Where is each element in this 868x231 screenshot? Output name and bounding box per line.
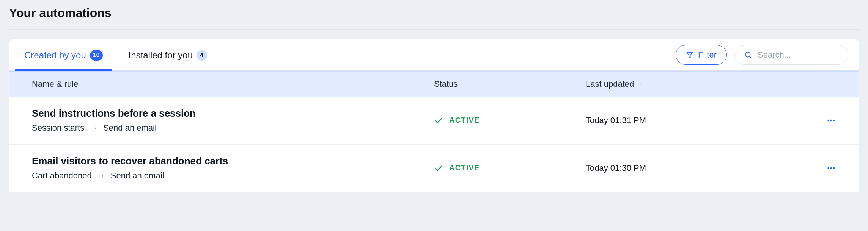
svg-point-6 — [827, 167, 829, 169]
cell-status: ACTIVE — [434, 164, 586, 173]
column-name[interactable]: Name & rule — [32, 79, 434, 89]
automation-rule: Cart abandoned → Send an email — [32, 171, 434, 181]
sort-asc-icon: ↑ — [638, 79, 642, 89]
cell-status: ACTIVE — [434, 116, 586, 125]
row-more-button[interactable] — [798, 163, 836, 173]
filter-icon — [686, 51, 693, 59]
card-header: Created by you 10 Installed for you 4 Fi… — [9, 39, 859, 71]
svg-marker-0 — [687, 52, 693, 57]
svg-point-7 — [830, 167, 832, 169]
arrow-right-icon: → — [97, 171, 105, 181]
search-icon — [744, 51, 752, 59]
search-field[interactable] — [734, 45, 848, 65]
svg-point-1 — [745, 52, 750, 57]
more-horizontal-icon — [826, 116, 836, 125]
page-title: Your automations — [9, 6, 859, 30]
rule-trigger: Cart abandoned — [32, 171, 92, 181]
cell-updated: Today 01:31 PM — [586, 116, 798, 125]
status-badge: ACTIVE — [449, 164, 480, 172]
tab-label: Installed for you — [129, 50, 193, 61]
column-updated-label: Last updated — [586, 79, 634, 89]
automation-title: Email visitors to recover abandoned cart… — [32, 155, 434, 167]
svg-point-3 — [827, 119, 829, 121]
automation-rule: Session starts → Send an email — [32, 123, 434, 133]
check-icon — [434, 164, 443, 173]
column-status-label: Status — [434, 79, 458, 89]
cell-name: Send instructions before a session Sessi… — [32, 108, 434, 133]
cell-updated: Today 01:30 PM — [586, 163, 798, 173]
svg-line-2 — [750, 56, 751, 58]
row-more-button[interactable] — [798, 116, 836, 125]
header-actions: Filter — [676, 45, 848, 65]
filter-label: Filter — [698, 50, 717, 60]
tabs: Created by you 10 Installed for you 4 — [20, 39, 212, 70]
rule-action: Send an email — [103, 123, 157, 133]
cell-name: Email visitors to recover abandoned cart… — [32, 155, 434, 181]
svg-point-4 — [830, 119, 832, 121]
svg-point-5 — [833, 119, 835, 121]
column-status[interactable]: Status — [434, 79, 586, 89]
rule-trigger: Session starts — [32, 123, 84, 133]
automations-card: Created by you 10 Installed for you 4 Fi… — [9, 39, 859, 192]
table-header: Name & rule Status Last updated ↑ — [9, 71, 859, 97]
arrow-right-icon: → — [90, 123, 98, 133]
filter-button[interactable]: Filter — [676, 45, 727, 65]
tab-count-badge: 4 — [197, 50, 207, 61]
svg-point-8 — [833, 167, 835, 169]
search-input[interactable] — [758, 50, 859, 60]
tab-count-badge: 10 — [90, 50, 103, 61]
table-row[interactable]: Send instructions before a session Sessi… — [9, 97, 859, 145]
column-name-label: Name & rule — [32, 79, 78, 89]
table-row[interactable]: Email visitors to recover abandoned cart… — [9, 145, 859, 192]
column-updated[interactable]: Last updated ↑ — [586, 79, 798, 89]
status-badge: ACTIVE — [449, 116, 480, 125]
tab-label: Created by you — [24, 50, 86, 61]
more-horizontal-icon — [826, 163, 836, 173]
tab-installed-for-you[interactable]: Installed for you 4 — [124, 39, 212, 70]
check-icon — [434, 116, 443, 125]
rule-action: Send an email — [111, 171, 164, 181]
automation-title: Send instructions before a session — [32, 108, 434, 119]
tab-created-by-you[interactable]: Created by you 10 — [20, 39, 107, 70]
